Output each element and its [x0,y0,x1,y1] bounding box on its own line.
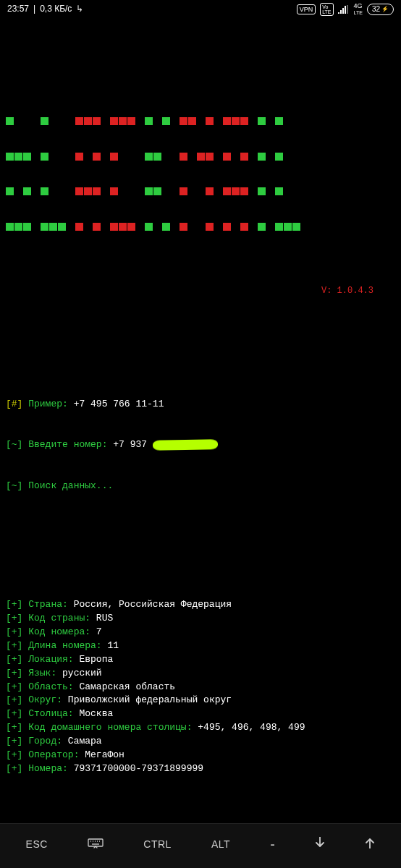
app-version: V: 1.0.4.3 [6,285,395,297]
line-example: [#] Пример: +7 495 766 11-11 [6,398,395,412]
dash-key[interactable]: - [270,834,275,855]
info-line: [+] Локация: Европа [6,653,395,667]
status-bar: 23:57 | 0,3 КБ/с ↳ VPN VoLTE 4GLTE 32⚡ [0,0,401,17]
svg-rect-0 [88,839,103,846]
network-type: 4GLTE [354,3,363,16]
status-left: 23:57 | 0,3 КБ/с ↳ [7,3,83,15]
esc-key[interactable]: ESC [26,837,48,851]
info-line: [+] Область: Самарская область [6,681,395,694]
terminal-output: V: 1.0.4.3 [#] Пример: +7 495 766 11-11 … [0,17,401,868]
ctrl-key[interactable]: CTRL [143,837,172,851]
arrow-up-icon[interactable] [365,837,375,852]
status-sep: | [33,3,35,15]
info-line: [+] Длина номера: 11 [6,639,395,653]
battery-icon: 32⚡ [367,4,394,16]
info-line: [+] Язык: русский [6,667,395,681]
alt-key[interactable]: ALT [211,837,230,851]
status-right: VPN VoLTE 4GLTE 32⚡ [297,3,394,16]
info-line: [+] Оператор: МегаФон [6,749,395,762]
keyboard-toggle-icon[interactable] [88,837,104,852]
info-line: [+] Код домашнего номера столицы: +495, … [6,721,395,735]
line-searching: [~] Поиск данных... [6,480,395,493]
signal-icon [338,5,350,14]
clock-text: 23:57 [7,3,29,15]
terminal-prompt-icon: ↳ [76,3,83,15]
arrow-down-icon[interactable] [315,837,325,852]
info-line: [+] Столица: Москва [6,707,395,721]
info-line: [+] Страна: Россия, Российская Федерация [6,598,395,612]
info-line: [+] Округ: Приволжский федеральный округ [6,694,395,707]
keyboard-accessory-bar: ESC CTRL ALT - [0,823,401,868]
info-line: [+] Код страны: RUS [6,612,395,626]
net-speed: 0,3 КБ/с [40,3,72,15]
app-logo [6,76,395,258]
info-line: [+] Город: Самара [6,735,395,749]
volte-icon: VoLTE [320,3,333,16]
vpn-icon: VPN [297,4,316,14]
line-input[interactable]: [~] Введите номер: +7 937 [6,438,395,452]
info-line: [+] Номера: 79371700000-79371899999 [6,762,395,776]
info-line: [+] Код номера: 7 [6,626,395,639]
